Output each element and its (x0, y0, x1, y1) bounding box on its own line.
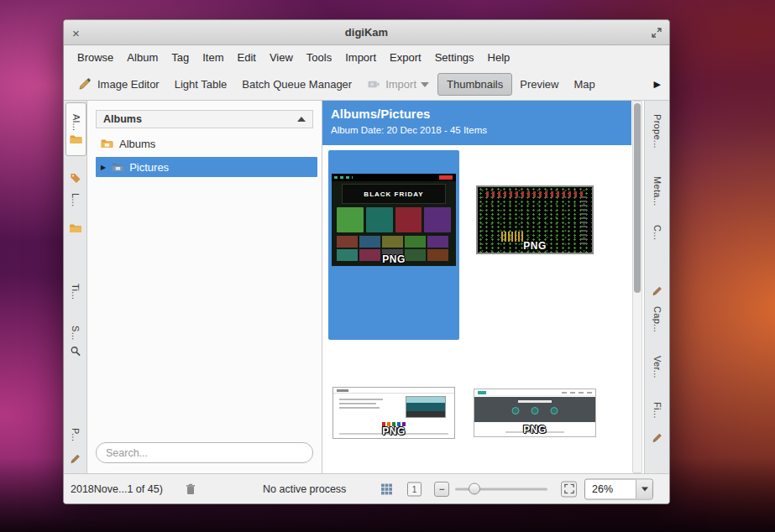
chevron-down-icon (641, 487, 648, 491)
right-sidebar-tabs: Prope... Meta... C... Cap... Ver... Fi..… (644, 101, 669, 473)
tab-versions[interactable]: Ver... (652, 356, 662, 378)
zoom-slider-handle[interactable] (469, 483, 480, 495)
pen-icon (652, 285, 662, 296)
light-table-button[interactable]: Light Table (167, 73, 235, 96)
thumbnail-image: PNG (474, 389, 596, 437)
thumbnail-card[interactable]: PNG (469, 350, 600, 473)
content-area: Albums/Pictures Album Date: 20 Dec 2018 … (322, 101, 644, 473)
preview-toggle-button[interactable]: 1 (407, 482, 422, 496)
menu-export[interactable]: Export (383, 48, 428, 67)
thumbnail-image: BLACK FRIDAY PNG (332, 174, 456, 266)
menu-tools[interactable]: Tools (300, 48, 338, 67)
pen-icon (652, 432, 662, 443)
desktop-wallpaper: × digiKam Browse Album Tag Item Edit Vie… (0, 0, 775, 532)
trash-icon[interactable] (186, 483, 196, 495)
titlebar[interactable]: × digiKam (64, 20, 669, 45)
fit-icon (564, 484, 574, 494)
image-editor-button[interactable]: Image Editor (71, 73, 167, 96)
sidebar-tab-search[interactable]: S... (71, 326, 81, 341)
zoom-dropdown-button[interactable] (636, 479, 652, 498)
menu-import[interactable]: Import (338, 48, 383, 67)
fit-to-window-button[interactable] (561, 481, 577, 497)
tab-metadata[interactable]: Meta... (652, 176, 662, 206)
thumbnail-card[interactable]: BLACK FRIDAY PNG (328, 150, 459, 340)
format-badge: PNG (382, 253, 406, 265)
window-title: digiKam (345, 26, 388, 39)
menu-item[interactable]: Item (196, 48, 230, 67)
selection-info: 2018Nove...1 of 45) (71, 483, 163, 495)
preview-button[interactable]: Preview (512, 73, 566, 96)
zoom-combobox[interactable]: 26% (584, 478, 653, 499)
import-dropdown-icon[interactable] (421, 82, 429, 87)
zoom-slider[interactable] (455, 488, 547, 490)
toolbar: Image Editor Light Table Batch Queue Man… (64, 69, 669, 101)
map-button[interactable]: Map (566, 73, 602, 96)
album-title: Albums/Pictures (331, 107, 623, 121)
thumbnail-image: PNG (476, 185, 594, 254)
albums-panel: Albums Albums ▶ (87, 101, 322, 473)
import-button[interactable]: Import (359, 73, 419, 96)
folder-icon (101, 138, 113, 149)
sidebar-tab-albums[interactable]: Al... (65, 102, 86, 156)
maximize-icon (652, 28, 662, 38)
thumbnail-card[interactable]: PNG (328, 350, 459, 473)
albums-tree: Albums ▶ Pictures (87, 128, 322, 442)
thumb-banner-text: BLACK FRIDAY (364, 190, 423, 198)
digikam-window: × digiKam Browse Album Tag Item Edit Vie… (63, 19, 670, 504)
menu-settings[interactable]: Settings (428, 48, 481, 67)
vertical-scrollbar[interactable] (632, 101, 642, 473)
zoom-out-button[interactable]: − (434, 482, 449, 497)
camera-icon (367, 79, 380, 90)
sidebar-tab-labels[interactable]: L... (71, 193, 81, 207)
sidebar-tab-timeline[interactable]: Ti... (71, 284, 81, 300)
tab-properties[interactable]: Prope... (652, 114, 662, 149)
menu-browse[interactable]: Browse (71, 48, 120, 67)
tab-filters[interactable]: Fi... (652, 402, 662, 419)
tab-geolocation[interactable] (652, 285, 662, 296)
expander-icon[interactable]: ▶ (101, 164, 106, 171)
thumbnail-card[interactable]: PNG (469, 150, 600, 340)
tab-tools[interactable] (652, 432, 662, 443)
thumbnail-view-button[interactable] (380, 482, 393, 495)
format-badge: PNG (523, 424, 547, 436)
magnifier-icon[interactable] (70, 346, 81, 357)
menubar: Browse Album Tag Item Edit View Tools Im… (64, 45, 669, 69)
albums-panel-header[interactable]: Albums (96, 110, 313, 128)
collapse-icon (297, 117, 306, 122)
pen-icon (78, 78, 92, 91)
albums-folder-icon (70, 134, 82, 144)
menu-help[interactable]: Help (481, 48, 517, 67)
thumbnails-button[interactable]: Thumbnails (437, 73, 512, 96)
menu-view[interactable]: View (263, 48, 300, 67)
folder-icon (112, 162, 124, 172)
maximize-button[interactable] (652, 28, 662, 38)
scrollbar-thumb[interactable] (634, 103, 641, 293)
batch-queue-manager-button[interactable]: Batch Queue Manager (234, 73, 359, 96)
pen-icon (70, 453, 81, 464)
format-badge: PNG (382, 425, 406, 437)
menu-edit[interactable]: Edit (230, 48, 262, 67)
statusbar: 2018Nove...1 of 45) No active process (64, 473, 669, 503)
main-area: Al... L... (64, 101, 669, 473)
zoom-value: 26% (585, 479, 636, 498)
folder-icon (69, 223, 81, 233)
close-button[interactable]: × (72, 26, 80, 39)
sidebar-tab-tags[interactable] (70, 173, 81, 184)
tab-colors[interactable]: C... (652, 225, 662, 240)
format-badge: PNG (523, 240, 547, 252)
menu-album[interactable]: Album (120, 48, 165, 67)
grid-icon (380, 482, 393, 495)
menu-tag[interactable]: Tag (165, 48, 196, 67)
album-subtitle: Album Date: 20 Dec 2018 - 45 Items (331, 125, 623, 135)
search-icon (70, 346, 81, 357)
tree-item-pictures[interactable]: ▶ Pictures (96, 157, 317, 177)
sidebar-tab-people[interactable]: P... (71, 428, 81, 441)
album-header: Albums/Pictures Album Date: 20 Dec 2018 … (322, 101, 631, 145)
left-sidebar-tabs: Al... L... (64, 101, 87, 473)
sidebar-tab-dates[interactable] (69, 223, 81, 233)
tab-captions[interactable]: Cap... (652, 306, 662, 332)
sidebar-tab-sketch[interactable] (70, 453, 81, 464)
tree-item-albums-root[interactable]: Albums (87, 133, 322, 154)
toolbar-overflow-icon[interactable]: ▶ (654, 79, 661, 90)
search-input[interactable] (96, 442, 313, 463)
